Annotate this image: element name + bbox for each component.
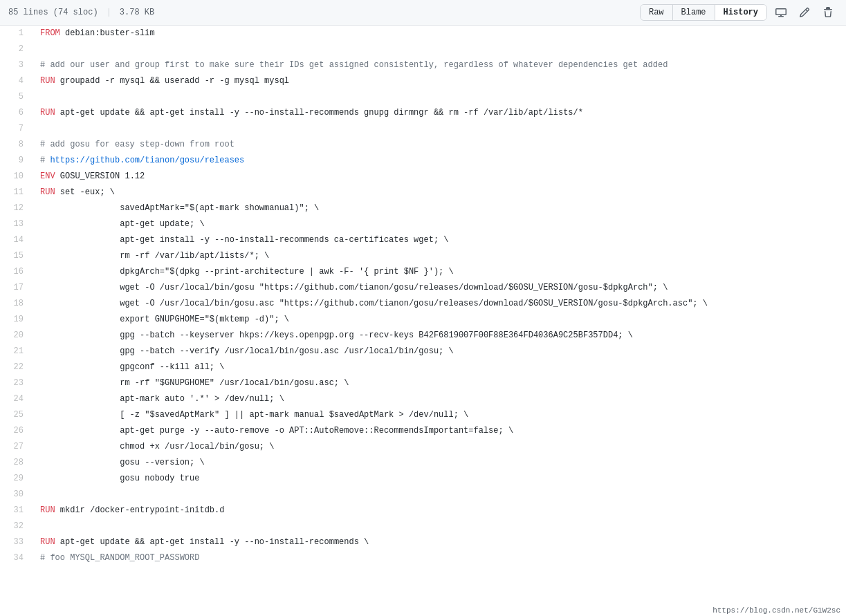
line-number: 10 [0, 169, 35, 185]
table-row: 10ENV GOSU_VERSION 1.12 [0, 169, 846, 185]
line-code: [ -z "$savedAptMark" ] || apt-mark manua… [35, 407, 846, 423]
line-number: 33 [0, 534, 35, 550]
desktop-icon [775, 7, 787, 18]
line-number: 21 [0, 344, 35, 360]
table-row: 22 gpgconf --kill all; \ [0, 360, 846, 375]
table-row: 5 [0, 89, 846, 105]
line-number: 18 [0, 296, 35, 312]
table-row: 34# foo MYSQL_RANDOM_ROOT_PASSWORD [0, 550, 846, 566]
line-code: apt-get install -y --no-install-recommen… [35, 232, 846, 248]
table-row: 18 wget -O /usr/local/bin/gosu.asc "http… [0, 296, 846, 312]
toolbar-actions: Raw Blame History [640, 4, 838, 21]
raw-button[interactable]: Raw [641, 5, 673, 20]
line-code [35, 487, 846, 503]
line-code: FROM debian:buster-slim [35, 26, 846, 41]
line-code: # https://github.com/tianon/gosu/release… [35, 153, 846, 169]
line-number: 1 [0, 26, 35, 41]
line-code [35, 41, 846, 57]
line-number: 20 [0, 328, 35, 344]
separator: | [107, 8, 111, 17]
table-row: 24 apt-mark auto '.*' > /dev/null; \ [0, 391, 846, 407]
line-number: 5 [0, 89, 35, 105]
line-code: RUN apt-get update && apt-get install -y… [35, 534, 846, 550]
table-row: 29 gosu nobody true [0, 471, 846, 487]
lines-info: 85 lines (74 sloc) [8, 8, 98, 17]
line-number: 27 [0, 439, 35, 455]
table-row: 12 savedAptMark="$(apt-mark showmanual)"… [0, 200, 846, 216]
table-row: 26 apt-get purge -y --auto-remove -o APT… [0, 423, 846, 439]
line-number: 4 [0, 73, 35, 89]
edit-icon [799, 7, 810, 18]
table-row: 21 gpg --batch --verify /usr/local/bin/g… [0, 344, 846, 360]
line-code: ENV GOSU_VERSION 1.12 [35, 169, 846, 185]
table-row: 2 [0, 41, 846, 57]
line-code: # foo MYSQL_RANDOM_ROOT_PASSWORD [35, 550, 846, 566]
table-row: 7 [0, 121, 846, 137]
line-number: 11 [0, 185, 35, 200]
table-row: 4RUN groupadd -r mysql && useradd -r -g … [0, 73, 846, 89]
line-code: rm -rf /var/lib/apt/lists/*; \ [35, 248, 846, 264]
line-code: rm -rf "$GNUPGHOME" /usr/local/bin/gosu.… [35, 375, 846, 391]
line-number: 28 [0, 455, 35, 471]
edit-icon-button[interactable] [795, 4, 814, 21]
table-row: 33RUN apt-get update && apt-get install … [0, 534, 846, 550]
desktop-icon-button[interactable] [771, 4, 791, 21]
line-code: apt-mark auto '.*' > /dev/null; \ [35, 391, 846, 407]
table-row: 13 apt-get update; \ [0, 216, 846, 232]
table-row: 3# add our user and group first to make … [0, 57, 846, 73]
line-number: 26 [0, 423, 35, 439]
line-code [35, 121, 846, 137]
file-meta: 85 lines (74 sloc) | 3.78 KB [8, 8, 154, 17]
line-code: gpg --batch --verify /usr/local/bin/gosu… [35, 344, 846, 360]
table-row: 11RUN set -eux; \ [0, 185, 846, 200]
line-code [35, 89, 846, 105]
table-row: 16 dpkgArch="$(dpkg --print-architecture… [0, 264, 846, 280]
line-number: 30 [0, 487, 35, 503]
line-number: 7 [0, 121, 35, 137]
line-number: 2 [0, 41, 35, 57]
line-number: 8 [0, 137, 35, 153]
view-mode-buttons: Raw Blame History [640, 4, 767, 21]
line-number: 6 [0, 105, 35, 121]
table-row: 32 [0, 519, 846, 534]
line-code: apt-get update; \ [35, 216, 846, 232]
table-row: 1FROM debian:buster-slim [0, 26, 846, 41]
table-row: 27 chmod +x /usr/local/bin/gosu; \ [0, 439, 846, 455]
line-code [35, 519, 846, 534]
code-view: 1FROM debian:buster-slim23# add our user… [0, 26, 846, 566]
line-number: 23 [0, 375, 35, 391]
line-code: dpkgArch="$(dpkg --print-architecture | … [35, 264, 846, 280]
line-code: RUN apt-get update && apt-get install -y… [35, 105, 846, 121]
trash-icon [822, 7, 834, 18]
line-number: 31 [0, 503, 35, 519]
size-info: 3.78 KB [120, 8, 154, 17]
toolbar: 85 lines (74 sloc) | 3.78 KB Raw Blame H… [0, 0, 846, 26]
line-number: 15 [0, 248, 35, 264]
table-row: 30 [0, 487, 846, 503]
table-row: 9# https://github.com/tianon/gosu/releas… [0, 153, 846, 169]
line-code: gosu --version; \ [35, 455, 846, 471]
line-code: gpg --batch --keyserver hkps://keys.open… [35, 328, 846, 344]
line-number: 12 [0, 200, 35, 216]
table-row: 31RUN mkdir /docker-entrypoint-initdb.d [0, 503, 846, 519]
line-number: 13 [0, 216, 35, 232]
line-code: wget -O /usr/local/bin/gosu.asc "https:/… [35, 296, 846, 312]
table-row: 14 apt-get install -y --no-install-recom… [0, 232, 846, 248]
line-number: 24 [0, 391, 35, 407]
history-button[interactable]: History [715, 5, 766, 20]
table-row: 6RUN apt-get update && apt-get install -… [0, 105, 846, 121]
blame-button[interactable]: Blame [673, 5, 715, 20]
line-code: export GNUPGHOME="$(mktemp -d)"; \ [35, 312, 846, 328]
line-code: savedAptMark="$(apt-mark showmanual)"; \ [35, 200, 846, 216]
line-code: RUN set -eux; \ [35, 185, 846, 200]
table-row: 8# add gosu for easy step-down from root [0, 137, 846, 153]
line-number: 16 [0, 264, 35, 280]
table-row: 25 [ -z "$savedAptMark" ] || apt-mark ma… [0, 407, 846, 423]
line-code: gpgconf --kill all; \ [35, 360, 846, 375]
line-number: 17 [0, 280, 35, 296]
line-number: 3 [0, 57, 35, 73]
code-table: 1FROM debian:buster-slim23# add our user… [0, 26, 846, 566]
delete-icon-button[interactable] [818, 4, 838, 21]
table-row: 23 rm -rf "$GNUPGHOME" /usr/local/bin/go… [0, 375, 846, 391]
line-code: RUN groupadd -r mysql && useradd -r -g m… [35, 73, 846, 89]
